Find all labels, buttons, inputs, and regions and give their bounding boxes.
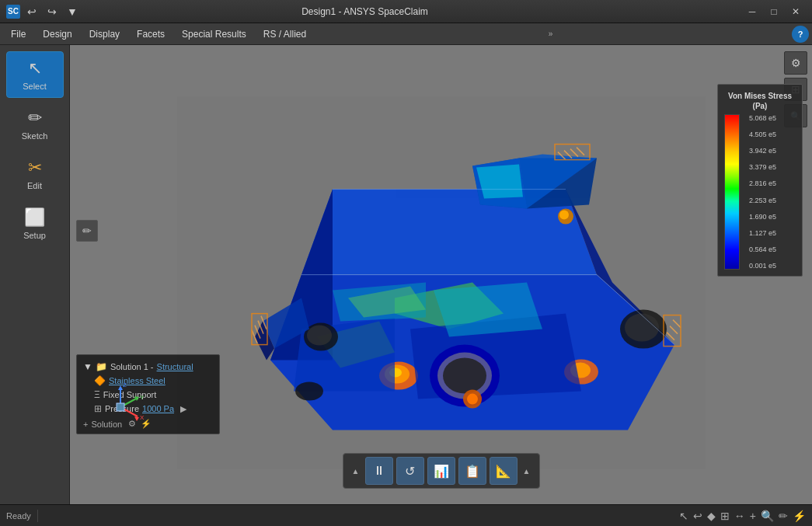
mini-tool-button[interactable]: ✏ <box>76 220 98 242</box>
svg-point-24 <box>625 313 659 341</box>
legend-value-4: 2.816 e5 <box>749 179 776 187</box>
color-legend: Von Mises Stress (Pa) 5.068 e5 4.505 e5 … <box>717 84 803 277</box>
pause-button[interactable]: ⏸ <box>365 457 393 485</box>
status-pan-icon[interactable]: ↔ <box>734 510 745 522</box>
legend-value-6: 1.690 e5 <box>749 213 776 221</box>
status-bolt-icon[interactable]: ⚡ <box>793 510 806 522</box>
edit-icon: ✂ <box>28 158 42 178</box>
status-cursor-icon[interactable]: ↖ <box>679 510 688 522</box>
info-button[interactable]: 📋 <box>458 457 486 485</box>
svg-point-21 <box>307 325 332 345</box>
menu-bar: File Design Display Facets Special Resul… <box>0 23 812 45</box>
svg-text:X: X <box>140 414 145 421</box>
3d-model <box>177 96 706 469</box>
add-icon: + <box>83 420 88 429</box>
setup-tool-button[interactable]: ⬜ Setup <box>6 200 64 247</box>
axis-indicator: Z Y X <box>93 380 148 434</box>
legend-value-7: 1.127 e5 <box>749 229 776 237</box>
svg-text:Y: Y <box>140 394 145 401</box>
mini-tool-icon: ✏ <box>82 225 92 237</box>
solution-label: Solution 1 - <box>110 362 154 371</box>
status-bar: Ready ↖ ↩ ◆ ⊞ ↔ + 🔍 ✏ ⚡ <box>0 504 812 526</box>
status-separator <box>37 510 38 522</box>
status-undo-icon[interactable]: ↩ <box>693 510 702 522</box>
right-nav-arrow[interactable]: ▲ <box>521 465 533 477</box>
svg-rect-58 <box>117 403 124 411</box>
legend-value-9: 0.001 e5 <box>749 262 776 270</box>
status-grid-icon[interactable]: ⊞ <box>720 510 730 522</box>
sketch-tool-button[interactable]: ✏ Sketch <box>6 101 64 148</box>
main-area: ↖ Select ✏ Sketch ✂ Edit ⬜ Setup ✏ <box>0 45 812 504</box>
status-text: Ready <box>6 511 31 521</box>
legend-value-0: 5.068 e5 <box>749 114 776 122</box>
menu-rs-allied[interactable]: RS / Allied <box>256 26 314 43</box>
settings-icon: ⚙ <box>791 57 801 69</box>
status-snap-icon[interactable]: ◆ <box>707 510 716 522</box>
info-icon: 📋 <box>465 464 480 479</box>
help-button[interactable]: ? <box>792 26 809 43</box>
menu-special-results[interactable]: Special Results <box>174 26 254 43</box>
legend-value-5: 2.253 e5 <box>749 197 776 204</box>
tools-button[interactable]: 📐 <box>490 457 518 485</box>
expand-icon[interactable]: ▼ <box>83 361 92 372</box>
viewport[interactable]: ✏ <box>70 45 812 504</box>
svg-marker-15 <box>434 282 542 336</box>
pause-icon: ⏸ <box>373 464 385 478</box>
chart-button[interactable]: 📊 <box>427 457 455 485</box>
svg-point-32 <box>559 210 569 219</box>
legend-title: Von Mises Stress (Pa) <box>724 91 796 111</box>
menu-display[interactable]: Display <box>82 26 127 43</box>
chart-icon: 📊 <box>434 464 449 479</box>
settings-button[interactable]: ⚙ <box>784 51 807 75</box>
legend-labels: 5.068 e5 4.505 e5 3.942 e5 3.379 e5 2.81… <box>749 114 776 270</box>
setup-icon: ⬜ <box>24 207 45 228</box>
reset-icon: ↺ <box>405 464 415 479</box>
solution-tree-root: ▼ 📁 Solution 1 - Structural <box>83 360 213 374</box>
edit-tool-button[interactable]: ✂ Edit <box>6 151 64 197</box>
solution-link[interactable]: Structural <box>157 362 193 371</box>
title-bar: SC ↩ ↪ ▼ Design1 - ANSYS SpaceClaim ─ □ … <box>0 0 812 23</box>
menu-design[interactable]: Design <box>35 26 79 43</box>
tools-icon: 📐 <box>496 464 511 479</box>
setup-label: Setup <box>23 231 46 240</box>
svg-point-19 <box>443 357 486 393</box>
svg-text:Z: Z <box>123 381 127 388</box>
play-icon[interactable]: ▶ <box>180 404 186 414</box>
status-plus-icon[interactable]: + <box>750 510 756 522</box>
bottom-toolbar: ▲ ⏸ ↺ 📊 📋 📐 ▲ <box>343 453 540 489</box>
status-right: ↖ ↩ ◆ ⊞ ↔ + 🔍 ✏ ⚡ <box>679 510 806 522</box>
edit-label: Edit <box>27 181 42 190</box>
svg-marker-28 <box>476 164 523 198</box>
status-zoom-icon[interactable]: 🔍 <box>761 510 774 522</box>
legend-value-2: 3.942 e5 <box>749 147 776 155</box>
menu-file[interactable]: File <box>3 26 33 43</box>
window-title: Design1 - ANSYS SpaceClaim <box>0 6 742 17</box>
svg-marker-56 <box>134 416 139 421</box>
legend-value-8: 0.564 e5 <box>749 246 776 253</box>
left-toolbar: ↖ Select ✏ Sketch ✂ Edit ⬜ Setup <box>0 45 70 504</box>
svg-point-48 <box>467 393 478 404</box>
svg-point-22 <box>295 381 323 400</box>
legend-value-1: 4.505 e5 <box>749 131 776 138</box>
legend-gradient <box>724 114 740 270</box>
legend-value-3: 3.379 e5 <box>749 163 776 171</box>
select-icon: ↖ <box>28 58 42 78</box>
folder-icon: 📁 <box>96 361 107 372</box>
select-label: Select <box>23 82 47 91</box>
maximize-button[interactable]: □ <box>764 3 784 20</box>
minimize-button[interactable]: ─ <box>742 3 762 20</box>
status-edit-icon[interactable]: ✏ <box>779 510 788 522</box>
reset-button[interactable]: ↺ <box>396 457 424 485</box>
sketch-label: Sketch <box>22 131 48 141</box>
menu-overflow[interactable]: » <box>545 28 557 40</box>
sketch-icon: ✏ <box>28 108 42 128</box>
select-tool-button[interactable]: ↖ Select <box>6 51 64 98</box>
window-controls: ─ □ ✕ <box>742 3 806 20</box>
menu-facets[interactable]: Facets <box>129 26 173 43</box>
close-button[interactable]: ✕ <box>786 3 806 20</box>
left-nav-arrow[interactable]: ▲ <box>350 465 362 477</box>
